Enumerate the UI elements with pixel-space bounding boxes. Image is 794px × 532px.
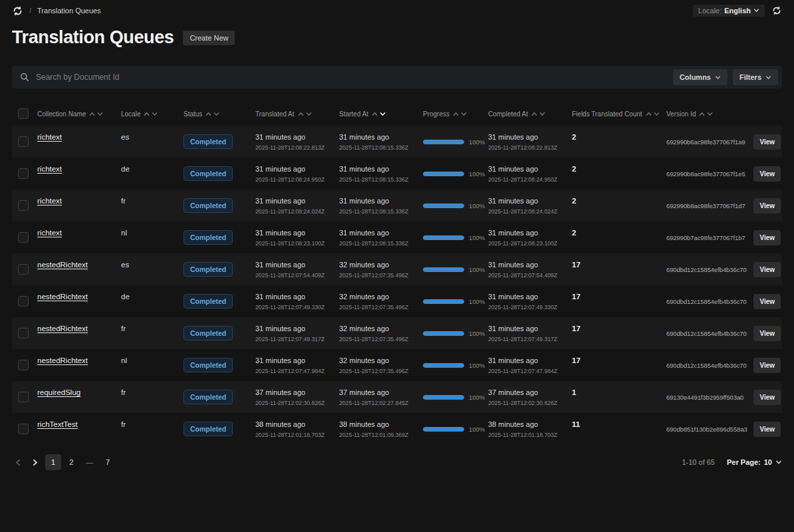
collection-link[interactable]: requiredSlug <box>37 388 80 396</box>
column-header-label[interactable]: Locale <box>121 110 140 118</box>
translated-at-timestamp: 2025-11-28T12:07:49.317Z <box>255 336 339 342</box>
view-button[interactable]: View <box>753 390 781 405</box>
completed-at-relative: 31 minutes ago <box>488 293 572 301</box>
column-header-label[interactable]: Fields Translated Count <box>572 110 642 118</box>
translated-at-timestamp: 2025-11-28T12:01:18.703Z <box>255 432 339 438</box>
search-input[interactable] <box>36 72 668 82</box>
version-id-cell: 690dbd12c15854efb4b36c70 <box>666 298 747 305</box>
page-number-button[interactable]: 7 <box>100 454 116 470</box>
completed-at-timestamp: 2025-11-28T12:07:54.409Z <box>488 272 572 279</box>
collection-link[interactable]: richTextTest <box>37 420 78 428</box>
translated-at-relative: 31 minutes ago <box>255 197 339 205</box>
sort-asc-icon[interactable] <box>372 111 378 117</box>
sort-asc-icon[interactable] <box>699 111 705 117</box>
fields-translated-count-cell: 17 <box>572 261 666 269</box>
started-at-timestamp: 2025-11-28T12:07:35.496Z <box>339 336 423 342</box>
page-number-button[interactable]: 1 <box>45 454 61 470</box>
view-button[interactable]: View <box>753 326 781 341</box>
column-header-label[interactable]: Completed At <box>488 110 528 118</box>
chevron-down-icon <box>775 459 782 466</box>
sort-desc-icon[interactable] <box>306 111 312 117</box>
collection-link[interactable]: richtext <box>37 165 62 173</box>
view-button[interactable]: View <box>753 262 781 277</box>
sort-asc-icon[interactable] <box>298 111 304 117</box>
sort-asc-icon[interactable] <box>205 111 211 117</box>
view-button[interactable]: View <box>753 294 781 309</box>
sync-icon[interactable] <box>771 5 782 16</box>
view-button[interactable]: View <box>753 166 781 182</box>
create-new-button[interactable]: Create New <box>183 31 235 45</box>
started-at-timestamp: 2025-11-28T12:07:35.496Z <box>339 272 423 279</box>
row-checkbox[interactable] <box>18 296 29 307</box>
column-header-label[interactable]: Version Id <box>666 110 696 118</box>
row-checkbox[interactable] <box>18 424 29 434</box>
column-header: Locale <box>121 110 184 118</box>
started-at-timestamp: 2025-11-28T12:07:35.496Z <box>339 304 423 311</box>
brand-logo-icon[interactable] <box>12 5 23 17</box>
row-checkbox[interactable] <box>18 264 29 275</box>
view-button[interactable]: View <box>753 134 781 150</box>
fields-translated-count-cell: 2 <box>572 197 666 205</box>
column-header-label[interactable]: Started At <box>339 110 368 118</box>
collection-link[interactable]: nestedRichtext <box>37 261 88 269</box>
collection-link[interactable]: richtext <box>37 133 62 141</box>
select-all-checkbox[interactable] <box>18 108 29 119</box>
view-button[interactable]: View <box>753 422 781 437</box>
sort-desc-icon[interactable] <box>213 111 219 117</box>
progress-fill <box>423 395 464 400</box>
column-header: Collection Name <box>37 110 121 118</box>
columns-button[interactable]: Columns <box>673 69 728 85</box>
sort-desc-icon[interactable] <box>97 111 103 117</box>
filters-button[interactable]: Filters <box>733 69 778 85</box>
page-title: Translation Queues <box>12 27 174 48</box>
completed-at-relative: 38 minutes ago <box>488 420 572 428</box>
per-page-value: 10 <box>764 458 772 466</box>
completed-at-relative: 31 minutes ago <box>488 165 572 173</box>
translated-at-relative: 31 minutes ago <box>255 261 339 269</box>
sort-desc-icon[interactable] <box>152 111 158 117</box>
row-checkbox[interactable] <box>18 392 29 402</box>
column-header-label[interactable]: Status <box>184 110 202 118</box>
page-number-button[interactable]: 2 <box>63 454 79 470</box>
collection-link[interactable]: nestedRichtext <box>37 325 88 332</box>
view-button[interactable]: View <box>753 358 781 373</box>
sort-desc-icon[interactable] <box>654 111 660 117</box>
sort-desc-icon[interactable] <box>380 111 386 117</box>
collection-link[interactable]: nestedRichtext <box>37 293 88 301</box>
column-header-label[interactable]: Collection Name <box>37 110 86 118</box>
sort-desc-icon[interactable] <box>707 111 713 117</box>
locale-cell: nl <box>121 229 184 237</box>
sort-desc-icon[interactable] <box>461 111 467 117</box>
page-number-button[interactable]: — <box>82 454 98 470</box>
prev-page-icon[interactable] <box>12 456 25 469</box>
column-header-label[interactable]: Progress <box>423 110 450 118</box>
sort-asc-icon[interactable] <box>531 111 537 117</box>
sort-asc-icon[interactable] <box>453 111 459 117</box>
row-checkbox[interactable] <box>18 232 29 243</box>
row-checkbox[interactable] <box>18 136 29 147</box>
view-button[interactable]: View <box>753 198 781 213</box>
collection-link[interactable]: nestedRichtext <box>37 356 88 364</box>
sort-asc-icon[interactable] <box>646 111 652 117</box>
progress-track <box>423 395 464 400</box>
row-checkbox[interactable] <box>18 360 29 370</box>
view-button[interactable]: View <box>753 230 781 245</box>
breadcrumb-item[interactable]: Translation Queues <box>37 7 101 15</box>
translated-at-cell: 31 minutes ago 2025-11-28T12:07:47.984Z <box>255 356 339 374</box>
next-page-icon[interactable] <box>29 456 41 469</box>
column-header-label[interactable]: Translated At <box>255 110 295 118</box>
collection-link[interactable]: richtext <box>37 229 62 237</box>
locale-selector[interactable]: Locale: English <box>693 5 765 17</box>
row-checkbox[interactable] <box>18 200 29 211</box>
topbar: / Translation Queues Locale: English <box>12 0 782 21</box>
locale-cell: nl <box>121 356 184 364</box>
per-page-selector[interactable]: Per Page: 10 <box>727 458 782 466</box>
sort-asc-icon[interactable] <box>144 111 150 117</box>
row-checkbox[interactable] <box>18 168 29 179</box>
collection-link[interactable]: richtext <box>37 197 62 205</box>
translated-at-cell: 31 minutes ago 2025-11-28T12:08:23.100Z <box>255 229 339 247</box>
row-checkbox[interactable] <box>18 328 29 338</box>
sort-desc-icon[interactable] <box>539 111 545 117</box>
sort-asc-icon[interactable] <box>89 111 95 117</box>
started-at-cell: 31 minutes ago 2025-11-28T12:08:15.336Z <box>339 165 423 183</box>
